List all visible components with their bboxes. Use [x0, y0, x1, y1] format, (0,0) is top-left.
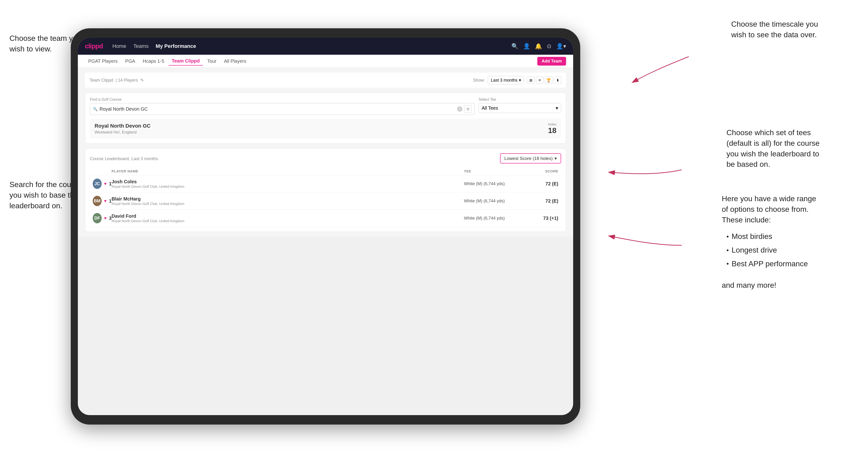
nav-bar: clippd Home Teams My Performance 🔍 👤 🔔 ⊙…	[78, 38, 573, 55]
score-dropdown[interactable]: Lowest Score (18 holes) ▾	[500, 153, 561, 163]
player-score-3: 73 (+1)	[523, 216, 558, 221]
find-course-label: Find a Golf Course	[90, 97, 475, 102]
player-info-3: David Ford Royal North Devon Golf Club, …	[112, 214, 464, 223]
user-icon[interactable]: 👤	[523, 43, 530, 50]
player-rank-2: BM ♥ 1	[93, 196, 112, 206]
grid-view-icon[interactable]: ⊞	[527, 76, 534, 84]
annotation-top-left: Choose the team you wish to view.	[9, 33, 81, 54]
tee-label: Select Tee	[478, 97, 561, 102]
leaderboard-table: PLAYER NAME TEE SCORE JC ♥ 1 Josh Coles	[90, 167, 561, 227]
avatar-1: JC	[93, 179, 102, 189]
sub-nav-left: PGAT Players PGA Hcaps 1-5 Team Clippd T…	[85, 57, 250, 66]
clear-search-button[interactable]: ✕	[457, 106, 462, 112]
player-name-3: David Ford	[112, 214, 464, 219]
table-header: PLAYER NAME TEE SCORE	[90, 167, 561, 175]
heart-icon-3: ♥	[104, 216, 106, 221]
heart-icon-1: ♥	[104, 181, 106, 186]
tablet-frame: clippd Home Teams My Performance 🔍 👤 🔔 ⊙…	[71, 28, 580, 425]
show-label: Show:	[473, 78, 485, 83]
player-score-1: 72 (E)	[523, 181, 558, 187]
notification-icon[interactable]: 🔔	[535, 43, 542, 50]
chevron-down-icon-tee: ▾	[556, 105, 558, 111]
show-dropdown[interactable]: Last 3 months ▾	[488, 76, 524, 85]
bullet-birdies: Most birdies	[726, 230, 849, 243]
add-team-button[interactable]: Add Team	[537, 57, 566, 66]
player-club-2: Royal North Devon Golf Club, United King…	[112, 201, 464, 206]
holes-label: Holes	[548, 122, 556, 126]
profile-icon[interactable]: 👤▾	[556, 43, 566, 50]
player-rank-3: DF ♥ 3	[93, 213, 112, 223]
leaderboard-header: Course Leaderboard, Last 3 months Lowest…	[90, 153, 561, 163]
player-tee-2: White (M) (6,744 yds)	[464, 198, 523, 204]
course-section: Find a Golf Course 🔍 ✕ ☆ Select Tee All …	[85, 92, 566, 144]
course-search-col: Find a Golf Course 🔍 ✕ ☆	[90, 97, 475, 115]
player-rank-1: JC ♥ 1	[93, 179, 112, 189]
team-count: | 14 Players	[116, 78, 138, 83]
team-header-right: Show: Last 3 months ▾ ⊞ ≡ 🏆 ⬇	[473, 76, 561, 85]
table-row: JC ♥ 1 Josh Coles Royal North Devon Golf…	[90, 175, 561, 192]
course-search-input-wrap: 🔍 ✕ ☆	[90, 103, 475, 115]
course-result-info: Royal North Devon GC Westward Ho!, Engla…	[95, 123, 151, 135]
annotation-top-right: Choose the timescale you wish to see the…	[731, 19, 849, 40]
holes-number: 18	[548, 126, 556, 135]
annotation-and-more: and many more!	[722, 280, 849, 290]
rank-3: 3	[109, 216, 112, 221]
course-result-location: Westward Ho!, England	[95, 130, 151, 135]
tablet-screen: clippd Home Teams My Performance 🔍 👤 🔔 ⊙…	[78, 38, 573, 415]
table-row: BM ♥ 1 Blair McHarg Royal North Devon Go…	[90, 192, 561, 210]
course-search-input[interactable]	[99, 106, 455, 112]
subnav-all-players[interactable]: All Players	[221, 57, 250, 65]
search-icon[interactable]: 🔍	[512, 43, 519, 50]
col-score: SCORE	[523, 169, 558, 173]
subnav-pga[interactable]: PGA	[122, 57, 138, 65]
view-icons: ⊞ ≡ 🏆 ⬇	[527, 76, 561, 84]
course-search-row: Find a Golf Course 🔍 ✕ ☆ Select Tee All …	[90, 97, 561, 115]
list-view-icon[interactable]: ≡	[536, 76, 544, 84]
player-tee-3: White (M) (6,744 yds)	[464, 216, 523, 221]
subnav-tour[interactable]: Tour	[204, 57, 220, 65]
annotation-options-right: Here you have a wide range of options to…	[722, 193, 849, 290]
leaderboard-section: Course Leaderboard, Last 3 months Lowest…	[85, 148, 566, 232]
player-info-2: Blair McHarg Royal North Devon Golf Club…	[112, 196, 464, 206]
subnav-pgat[interactable]: PGAT Players	[85, 57, 121, 65]
nav-home[interactable]: Home	[112, 43, 126, 49]
settings-icon[interactable]: ⊙	[547, 43, 552, 50]
trophy-icon[interactable]: 🏆	[545, 76, 552, 84]
nav-teams[interactable]: Teams	[133, 43, 149, 49]
course-result-name: Royal North Devon GC	[95, 123, 151, 129]
chevron-down-icon-score: ▾	[555, 156, 557, 161]
nav-my-performance[interactable]: My Performance	[156, 43, 196, 49]
bullet-drive: Longest drive	[726, 243, 849, 257]
player-info-1: Josh Coles Royal North Devon Golf Club, …	[112, 179, 464, 188]
team-header: Team Clippd | 14 Players ✎ Show: Last 3 …	[85, 73, 566, 88]
nav-logo: clippd	[85, 42, 103, 50]
sub-nav: PGAT Players PGA Hcaps 1-5 Team Clippd T…	[78, 55, 573, 68]
rank-2: 1	[109, 198, 112, 204]
player-club-3: Royal North Devon Golf Club, United King…	[112, 219, 464, 223]
search-icon-small: 🔍	[93, 107, 98, 111]
col-player: PLAYER NAME	[93, 169, 464, 173]
player-club-1: Royal North Devon Golf Club, United King…	[112, 184, 464, 188]
subnav-hcaps[interactable]: Hcaps 1-5	[140, 57, 167, 65]
col-tee: TEE	[464, 169, 523, 173]
main-content: Team Clippd | 14 Players ✎ Show: Last 3 …	[78, 68, 573, 237]
team-title: Team Clippd | 14 Players ✎	[90, 77, 144, 83]
player-score-2: 72 (E)	[523, 198, 558, 204]
player-tee-1: White (M) (6,744 yds)	[464, 181, 523, 186]
avatar-3: DF	[93, 213, 102, 223]
nav-right: 🔍 👤 🔔 ⊙ 👤▾	[512, 43, 566, 50]
star-button[interactable]: ☆	[464, 105, 472, 113]
table-row: DF ♥ 3 David Ford Royal North Devon Golf…	[90, 210, 561, 227]
rank-1: 1	[109, 181, 112, 187]
course-result: Royal North Devon GC Westward Ho!, Engla…	[90, 119, 561, 139]
player-name-2: Blair McHarg	[112, 196, 464, 201]
subnav-team-clippd[interactable]: Team Clippd	[168, 57, 203, 66]
edit-icon[interactable]: ✎	[140, 77, 144, 83]
annotation-mid-right: Choose which set of tees (default is all…	[726, 127, 849, 169]
player-name-1: Josh Coles	[112, 179, 464, 184]
leaderboard-title: Course Leaderboard, Last 3 months	[90, 155, 158, 161]
nav-items: Home Teams My Performance	[112, 43, 196, 49]
tee-select[interactable]: All Tees ▾	[478, 103, 561, 113]
download-icon[interactable]: ⬇	[554, 76, 561, 84]
tee-select-col: Select Tee All Tees ▾	[478, 97, 561, 115]
